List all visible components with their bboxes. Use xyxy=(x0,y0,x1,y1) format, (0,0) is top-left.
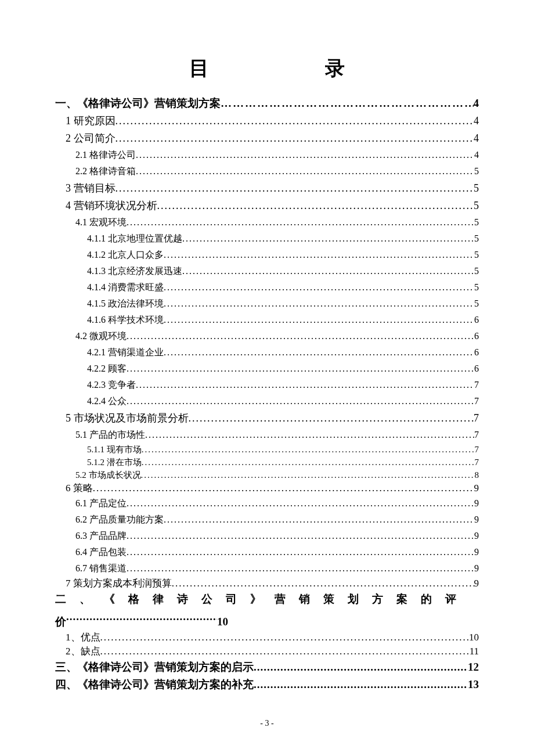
toc-label: 6.4 产品包装 xyxy=(75,544,127,560)
toc-page: 6 xyxy=(474,312,479,328)
toc-leader xyxy=(127,361,474,377)
toc-entry: 4.1.4 消费需求旺盛5 xyxy=(87,279,479,296)
toc-leader xyxy=(221,95,474,112)
toc-label: 4.2.4 公众 xyxy=(87,393,127,409)
toc-leader xyxy=(164,312,474,328)
toc-leader xyxy=(164,247,474,263)
toc-leader xyxy=(116,112,474,129)
toc-label: 4.1.3 北京经济发展迅速 xyxy=(87,263,182,279)
toc-page: 13 xyxy=(468,676,479,693)
toc-entry: 4.2.1 营销渠道企业6 xyxy=(87,344,479,361)
toc-label: 6.2 产品质量功能方案 xyxy=(75,512,164,528)
toc-page: 5 xyxy=(474,179,479,197)
toc-entry: 5.1 产品的市场性7 xyxy=(75,427,479,443)
toc-page: 5 xyxy=(474,197,479,214)
toc-label: 5.1 产品的市场性 xyxy=(75,427,145,443)
toc-leader xyxy=(164,344,474,361)
toc-leader xyxy=(182,231,474,247)
toc-leader xyxy=(142,456,475,469)
toc-leader xyxy=(157,197,474,214)
toc-page: 5 xyxy=(474,214,479,231)
toc-leader xyxy=(127,393,474,409)
toc-entry: 7 策划方案成本利润预算9 xyxy=(66,577,479,591)
toc-page: 4 xyxy=(474,129,479,147)
toc-entry: 6.3 产品品牌9 xyxy=(75,528,479,544)
toc-leader xyxy=(127,328,474,344)
toc-page: 5 xyxy=(474,279,479,296)
toc-page: 7 xyxy=(474,393,479,409)
toc-leader xyxy=(182,263,474,279)
toc-leader xyxy=(136,147,474,163)
toc-entry: 4.1.1 北京地理位置优越5 xyxy=(87,231,479,247)
toc-leader xyxy=(127,495,474,512)
toc-page: 7 xyxy=(475,443,479,456)
toc-entry: 2.1 格律诗公司4 xyxy=(75,147,479,163)
toc-leader xyxy=(100,631,470,645)
toc-page: 5 xyxy=(474,247,479,263)
toc-entry: 四、《格律诗公司》营销策划方案的补充13 xyxy=(55,676,479,693)
toc-entry: 4.1.6 科学技术环境6 xyxy=(87,312,479,328)
toc-entry: 4.1.3 北京经济发展迅速5 xyxy=(87,263,479,279)
toc-label: 5.1.2 潜在市场 xyxy=(87,456,142,469)
toc-leader xyxy=(136,163,474,179)
toc-label: 4.2.1 营销渠道企业 xyxy=(87,344,164,361)
toc-page: 9 xyxy=(474,481,479,495)
toc-page: 6 xyxy=(474,328,479,344)
toc-entry: 3 营销目标5 xyxy=(66,179,479,197)
toc-label: 6.3 产品品牌 xyxy=(75,528,127,544)
toc-label: 4.2.2 顾客 xyxy=(87,361,127,377)
toc-leader xyxy=(100,645,470,658)
toc-entry: 5.1.1 现有市场7 xyxy=(87,443,479,456)
toc-entry: 4.2 微观环境6 xyxy=(75,328,479,344)
toc-label: 二、《格律诗公司》营销策划方案的评 xyxy=(55,591,470,608)
toc-label: 5.2 市场成长状况 xyxy=(75,469,141,481)
toc-entry: 4.2.2 顾客6 xyxy=(87,361,479,377)
toc-page: 9 xyxy=(474,577,479,591)
toc-page: 9 xyxy=(474,544,479,560)
toc-label: 4.1.1 北京地理位置优越 xyxy=(87,231,182,247)
toc-container: 一、《格律诗公司》营销策划方案41 研究原因42 公司简介42.1 格律诗公司4… xyxy=(55,95,479,591)
toc-entry: 2.2 格律诗音箱5 xyxy=(75,163,479,179)
toc-leader xyxy=(127,544,474,560)
toc-label: 4.1.4 消费需求旺盛 xyxy=(87,279,164,296)
toc-entry: 4.1 宏观环境5 xyxy=(75,214,479,231)
toc-page: 12 xyxy=(468,658,479,676)
title-left: 目 xyxy=(189,55,209,82)
toc-entry: 4.2.3 竞争者7 xyxy=(87,377,479,393)
toc-page: 7 xyxy=(474,377,479,393)
toc-leader xyxy=(164,279,474,296)
toc-entry: 2、缺点11 xyxy=(66,645,479,658)
toc-page: 4 xyxy=(474,147,479,163)
toc-page: 9 xyxy=(474,528,479,544)
toc-entry: 6.1 产品定位9 xyxy=(75,495,479,512)
toc-page: 5 xyxy=(474,231,479,247)
toc-label: 6 策略 xyxy=(66,481,93,495)
toc-label: 6.1 产品定位 xyxy=(75,495,127,512)
toc-entry: 6.7 销售渠道9 xyxy=(75,560,479,577)
toc-label: 4.1.5 政治法律环境 xyxy=(87,296,164,312)
toc-entry: 一、《格律诗公司》营销策划方案4 xyxy=(55,95,479,112)
toc-label: 2 公司简介 xyxy=(66,129,116,147)
toc-entry: 2 公司简介4 xyxy=(66,129,479,147)
toc-page: 6 xyxy=(474,344,479,361)
toc-entry: 5.1.2 潜在市场7 xyxy=(87,456,479,469)
toc-label: 3 营销目标 xyxy=(66,179,116,197)
toc-leader xyxy=(66,608,217,625)
toc-leader xyxy=(93,481,474,495)
toc-entry: 三、《格律诗公司》营销策划方案的启示12 xyxy=(55,658,479,676)
toc-entry: 4.2.4 公众7 xyxy=(87,393,479,409)
toc-entry: 1 研究原因4 xyxy=(66,112,479,129)
toc-label: 4.1.2 北京人口众多 xyxy=(87,247,164,263)
toc-title: 目 录 xyxy=(55,55,479,82)
toc-container-2: 1、优点102、缺点11三、《格律诗公司》营销策划方案的启示12四、《格律诗公司… xyxy=(55,631,479,693)
toc-label: 4 营销环境状况分析 xyxy=(66,197,157,214)
toc-label: 2、缺点 xyxy=(66,645,100,658)
toc-entry: 4.1.2 北京人口众多5 xyxy=(87,247,479,263)
toc-leader xyxy=(142,443,475,456)
toc-leader xyxy=(254,676,468,693)
toc-label: 4.1.6 科学技术环境 xyxy=(87,312,164,328)
toc-entry: 4.1.5 政治法律环境5 xyxy=(87,296,479,312)
toc-leader xyxy=(164,512,474,528)
toc-entry: 5.2 市场成长状况8 xyxy=(75,469,479,481)
toc-label: 5 市场状况及市场前景分析 xyxy=(66,409,189,427)
